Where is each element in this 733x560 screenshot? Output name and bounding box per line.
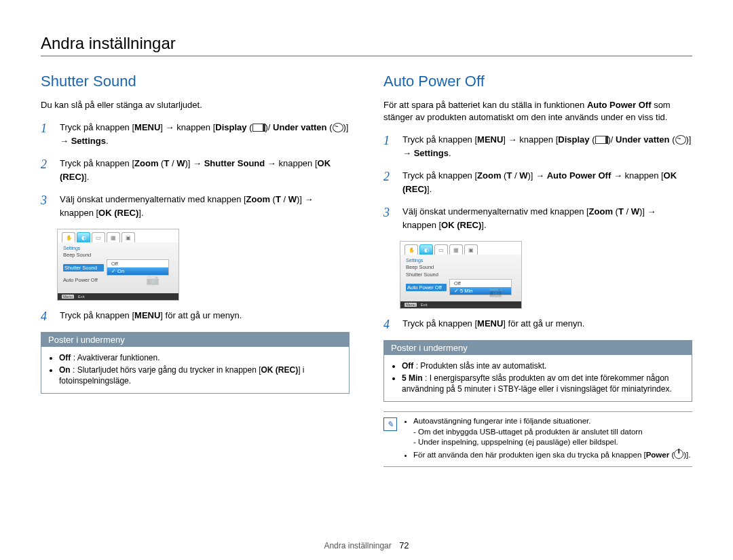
- menu-screenshot-shutter: ✋ ◐ ▭ ▦ ▣ Settings Beep Sound Shutter So…: [57, 229, 179, 301]
- t: .: [449, 148, 451, 158]
- t: Zoom: [589, 206, 613, 217]
- t: Tryck på knappen [: [402, 318, 477, 329]
- exit-label: Exit: [421, 303, 428, 307]
- steps-right-4: Tryck på knappen [MENU] för att gå ur me…: [383, 317, 692, 331]
- t: ].: [84, 172, 89, 182]
- t: 5 Min: [460, 288, 472, 294]
- page-number: 72: [399, 540, 409, 550]
- note-box: ✎ Autoavstängning fungerar inte i följan…: [383, 411, 692, 466]
- t: För att spara på batteriet kan du ställa…: [383, 100, 587, 110]
- step: Tryck på knappen [MENU] → knappen [Displ…: [383, 133, 692, 160]
- t: W: [519, 170, 527, 181]
- t: Settings: [71, 136, 106, 146]
- t: Tryck på knappen [: [60, 310, 134, 320]
- steps-left-4: Tryck på knappen [MENU] för att gå ur me…: [41, 309, 350, 322]
- poster-heading: Poster i undermeny: [41, 333, 349, 347]
- poster-item: Off : Produkten slås inte av automatiskt…: [402, 360, 685, 371]
- t: : I energisparsyfte slås produkten av om…: [402, 373, 672, 394]
- t: MENU: [134, 122, 160, 132]
- menu-label: Menu: [62, 295, 74, 299]
- t: Power: [646, 451, 670, 459]
- t: Settings: [414, 148, 449, 158]
- step: Tryck på knappen [MENU] för att gå ur me…: [383, 317, 692, 331]
- t: OK (REC): [261, 365, 299, 375]
- t: - Under inspelning, uppspelning (ej paus…: [413, 438, 618, 446]
- t: (: [270, 194, 276, 204]
- display-icon: [252, 124, 265, 132]
- underwater-icon: [675, 135, 686, 145]
- step: Tryck på knappen [Zoom (T / W)] → Shutte…: [41, 157, 350, 183]
- section-shutter-sound: Shutter Sound: [41, 73, 350, 90]
- step: Välj önskat undermenyalternativ med knap…: [41, 193, 350, 219]
- t: Shutter Sound: [204, 158, 265, 168]
- step: Välj önskat undermenyalternativ med knap…: [383, 205, 692, 231]
- t: /: [169, 158, 176, 168]
- t: Tryck på knappen [: [60, 122, 134, 132]
- t: Tryck på knappen [: [402, 170, 477, 181]
- poster-left: Poster i undermeny Off : Avaktiverar fun…: [41, 332, 350, 394]
- t: : Produkten slås inte av automatiskt.: [413, 361, 546, 371]
- t: (: [327, 122, 333, 132]
- t: )/: [608, 134, 616, 145]
- intro-right: För att spara på batteriet kan du ställa…: [383, 99, 692, 124]
- camera-icon: 📷: [146, 273, 159, 286]
- tab-icon: ▦: [107, 232, 120, 242]
- tab-icon: ◐: [77, 232, 90, 242]
- t: )/: [265, 122, 274, 132]
- note-item: Autoavstängning fungerar inte i följande…: [413, 416, 690, 448]
- menu-screenshot-apo: ✋ ◐ ▭ ▦ ▣ Settings Beep Sound Shutter So…: [400, 241, 522, 309]
- t: - Om det inbyggda USB-uttaget på produkt…: [413, 428, 643, 436]
- t: För att använda den här produkten igen s…: [413, 451, 646, 459]
- t: /: [281, 194, 288, 204]
- note-icon: ✎: [383, 417, 397, 431]
- menu-item: Auto Power Off: [63, 277, 102, 283]
- t: W: [631, 206, 639, 217]
- t: ].: [481, 220, 486, 230]
- tab-icon: ✋: [405, 244, 418, 255]
- t: → knappen [: [611, 170, 663, 181]
- tab-icon: ▦: [449, 244, 463, 255]
- poster-item: 5 Min : I energisparsyfte slås produkten…: [402, 373, 685, 394]
- t: Zoom: [246, 194, 270, 204]
- t: )] →: [528, 170, 547, 181]
- t: On: [117, 268, 124, 274]
- t: On: [59, 365, 71, 375]
- t: ] → knappen [: [160, 122, 215, 132]
- t: OK (REC): [441, 220, 481, 230]
- t: Välj önskat undermenyalternativ med knap…: [402, 206, 589, 217]
- steps-right: Tryck på knappen [MENU] → knappen [Displ…: [383, 133, 692, 231]
- check-icon: ✓: [454, 288, 459, 294]
- check-icon: ✓: [111, 268, 116, 274]
- option: Off: [107, 260, 168, 267]
- t: MENU: [134, 310, 160, 320]
- footer-label: Andra inställningar: [324, 541, 391, 550]
- poster-item: On : Slutarljudet hörs varje gång du try…: [59, 365, 342, 386]
- divider: [41, 56, 692, 56]
- t: Välj önskat undermenyalternativ med knap…: [60, 194, 246, 204]
- intro-left: Du kan slå på eller stänga av slutarljud…: [41, 99, 350, 111]
- menu-item: Beep Sound: [63, 252, 102, 258]
- t: W: [176, 158, 185, 168]
- t: Off: [402, 361, 413, 371]
- poster-right: Poster i undermeny Off : Produkten slås …: [383, 340, 692, 403]
- tab-icon: ◐: [419, 244, 433, 255]
- poster-item: Off : Avaktiverar funktionen.: [59, 352, 342, 363]
- power-icon: [674, 449, 683, 459]
- t: OK (REC): [98, 208, 138, 218]
- section-auto-power-off: Auto Power Off: [383, 73, 692, 90]
- t: Tryck på knappen [: [402, 134, 477, 145]
- t: )].: [683, 451, 690, 459]
- menu-item: Shutter Sound: [406, 272, 445, 278]
- t: : Slutarljudet hörs varje gång du trycke…: [71, 365, 261, 375]
- step: Tryck på knappen [Zoom (T / W)] → Auto P…: [383, 169, 692, 195]
- menu-title: Settings: [58, 245, 178, 251]
- exit-label: Exit: [78, 295, 85, 299]
- t: (: [613, 206, 618, 217]
- tab-icon: ▣: [121, 232, 135, 242]
- t: (: [247, 122, 252, 132]
- t: Off: [59, 353, 71, 362]
- t: (: [669, 451, 674, 459]
- t: Display: [215, 122, 246, 132]
- t: : Avaktiverar funktionen.: [71, 353, 159, 362]
- steps-left: Tryck på knappen [MENU] → knappen [Displ…: [41, 121, 350, 219]
